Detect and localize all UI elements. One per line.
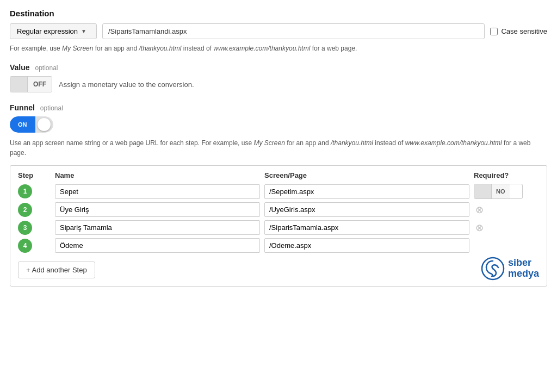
step-4-cell: 4 (18, 239, 51, 253)
toggle-on-label: ON (10, 116, 35, 133)
step-1-screen-input[interactable] (264, 184, 469, 199)
brand-logo: siber medya (481, 257, 539, 281)
destination-row: Regular expression ▼ Case sensitive (10, 23, 547, 39)
funnel-table: Step Name Screen/Page Required? 1 NO 2 ⊗ (10, 165, 547, 287)
funnel-toggle-row: ON (10, 116, 547, 133)
funnel-section: Funnel optional ON Use an app screen nam… (10, 103, 547, 287)
step-3-cell: 3 (18, 221, 51, 235)
chevron-down-icon: ▼ (81, 28, 86, 34)
step-3-badge: 3 (18, 221, 32, 235)
dropdown-label: Regular expression (17, 27, 78, 35)
brand-line1: siber (508, 258, 539, 269)
req-toggle-label: NO (492, 184, 510, 198)
case-sensitive-checkbox[interactable] (490, 28, 498, 35)
col-step: Step (18, 171, 51, 179)
step-4-screen-input[interactable] (264, 238, 469, 253)
funnel-table-header: Step Name Screen/Page Required? (18, 171, 539, 184)
step-4-name-input[interactable] (55, 238, 260, 253)
brand-name-text: siber medya (508, 258, 539, 279)
expression-type-dropdown[interactable]: Regular expression ▼ (10, 23, 97, 39)
remove-step-2-icon[interactable]: ⊗ (474, 204, 485, 215)
value-toggle[interactable]: OFF (10, 76, 52, 92)
siber-medya-logo-icon (481, 257, 505, 281)
req-toggle-left (474, 184, 492, 198)
funnel-label: Funnel optional (10, 103, 547, 112)
brand-line2: medya (508, 269, 539, 279)
step-2-cell: 2 (18, 203, 51, 217)
step-1-name-input[interactable] (55, 184, 260, 199)
toggle-left (10, 77, 28, 92)
required-toggle-1[interactable]: NO (474, 184, 523, 199)
toggle-circle (38, 118, 51, 131)
value-section: Value optional OFF Assign a monetary val… (10, 63, 547, 92)
step-2-screen-input[interactable] (264, 202, 469, 217)
case-sensitive-text: Case sensitive (501, 27, 547, 35)
col-name: Name (55, 171, 260, 179)
destination-hint: For example, use My Screen for an app an… (10, 43, 547, 53)
table-row: 4 (18, 238, 539, 253)
step-3-name-input[interactable] (55, 220, 260, 235)
funnel-optional: optional (40, 104, 63, 112)
remove-step-3-icon[interactable]: ⊗ (474, 222, 485, 233)
destination-input[interactable] (102, 23, 485, 39)
assign-text: Assign a monetary value to the conversio… (59, 80, 194, 89)
value-optional: optional (35, 64, 58, 72)
table-row: 3 ⊗ (18, 220, 539, 235)
case-sensitive-label: Case sensitive (490, 27, 547, 35)
step-3-screen-input[interactable] (264, 220, 469, 235)
funnel-toggle[interactable]: ON (10, 116, 53, 133)
step-1-cell: 1 (18, 184, 51, 198)
col-screen: Screen/Page (264, 171, 469, 179)
step-4-badge: 4 (18, 239, 32, 253)
add-step-label: + Add another Step (26, 266, 87, 274)
step-1-badge: 1 (18, 184, 32, 198)
add-step-button[interactable]: + Add another Step (18, 262, 95, 278)
table-row: 1 NO (18, 184, 539, 199)
value-toggle-row: OFF Assign a monetary value to the conve… (10, 76, 547, 92)
funnel-hint: Use an app screen name string or a web p… (10, 138, 547, 158)
step-2-name-input[interactable] (55, 202, 260, 217)
value-label: Value optional (10, 63, 547, 72)
toggle-off-label: OFF (28, 77, 52, 92)
step-2-badge: 2 (18, 203, 32, 217)
table-row: 2 ⊗ (18, 202, 539, 217)
destination-title: Destination (10, 9, 547, 18)
col-required: Required? (474, 171, 539, 179)
